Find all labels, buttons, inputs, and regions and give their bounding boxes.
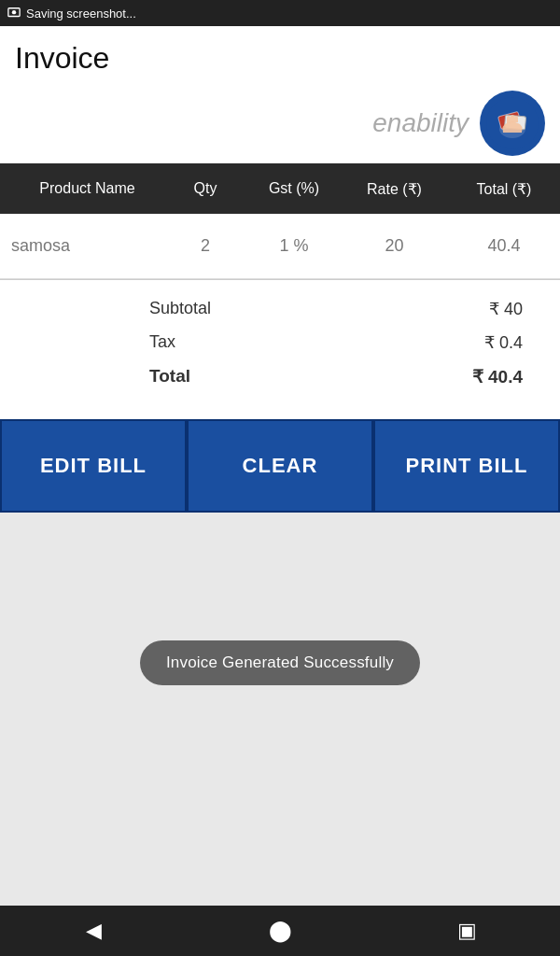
toast-message: Invoice Generated Successfully bbox=[140, 640, 420, 685]
nav-back-button[interactable]: ◀ bbox=[73, 910, 114, 951]
cell-total: 40.4 bbox=[448, 214, 560, 278]
total-label: Total bbox=[149, 366, 243, 387]
total-value: ₹ 40.4 bbox=[429, 366, 523, 387]
clear-button[interactable]: CLEAR bbox=[187, 419, 373, 513]
tax-value: ₹ 0.4 bbox=[429, 332, 523, 353]
col-header-total: Total (₹) bbox=[448, 163, 560, 214]
app-content: Invoice enability bbox=[0, 26, 560, 906]
status-bar-text: Saving screenshot... bbox=[26, 7, 136, 21]
cell-product: samosa bbox=[0, 214, 163, 278]
screenshot-icon bbox=[7, 7, 21, 20]
table-row: samosa 2 1 % 20 40.4 bbox=[0, 214, 560, 279]
empty-area: Invoice Generated Successfully bbox=[0, 513, 560, 906]
summary-tax-row: Tax ₹ 0.4 bbox=[149, 332, 523, 353]
subtotal-value: ₹ 40 bbox=[429, 299, 523, 319]
edit-bill-button[interactable]: EDIT BILL bbox=[0, 419, 187, 513]
cell-qty: 2 bbox=[163, 214, 247, 278]
cell-rate: 20 bbox=[341, 214, 448, 278]
page-title: Invoice bbox=[15, 41, 545, 76]
col-header-rate: Rate (₹) bbox=[341, 163, 448, 214]
action-buttons: EDIT BILL CLEAR PRINT BILL bbox=[0, 419, 560, 513]
nav-recent-button[interactable]: ▣ bbox=[446, 910, 487, 951]
col-header-qty: Qty bbox=[163, 163, 247, 214]
summary-total-row: Total ₹ 40.4 bbox=[149, 366, 523, 387]
nav-bar: ◀ ⬤ ▣ bbox=[0, 906, 560, 956]
logo-text: enability bbox=[372, 108, 469, 138]
summary-section: Subtotal ₹ 40 Tax ₹ 0.4 Total ₹ 40.4 bbox=[0, 280, 560, 419]
table-header: Product Name Qty Gst (%) Rate (₹) Total … bbox=[0, 163, 560, 214]
print-bill-button[interactable]: PRINT BILL bbox=[373, 419, 560, 513]
summary-subtotal-row: Subtotal ₹ 40 bbox=[149, 299, 523, 319]
col-header-product: Product Name bbox=[0, 163, 163, 214]
logo-svg bbox=[486, 97, 539, 149]
cell-gst: 1 % bbox=[247, 214, 341, 278]
table-body: samosa 2 1 % 20 40.4 bbox=[0, 214, 560, 279]
nav-home-button[interactable]: ⬤ bbox=[259, 910, 301, 951]
app-header: Invoice bbox=[0, 26, 560, 83]
tax-label: Tax bbox=[149, 332, 243, 353]
col-header-gst: Gst (%) bbox=[247, 163, 341, 214]
logo-icon bbox=[480, 91, 545, 156]
subtotal-label: Subtotal bbox=[149, 299, 243, 319]
svg-point-1 bbox=[12, 10, 16, 14]
status-bar: Saving screenshot... bbox=[0, 0, 560, 26]
logo-area: enability bbox=[0, 83, 560, 163]
